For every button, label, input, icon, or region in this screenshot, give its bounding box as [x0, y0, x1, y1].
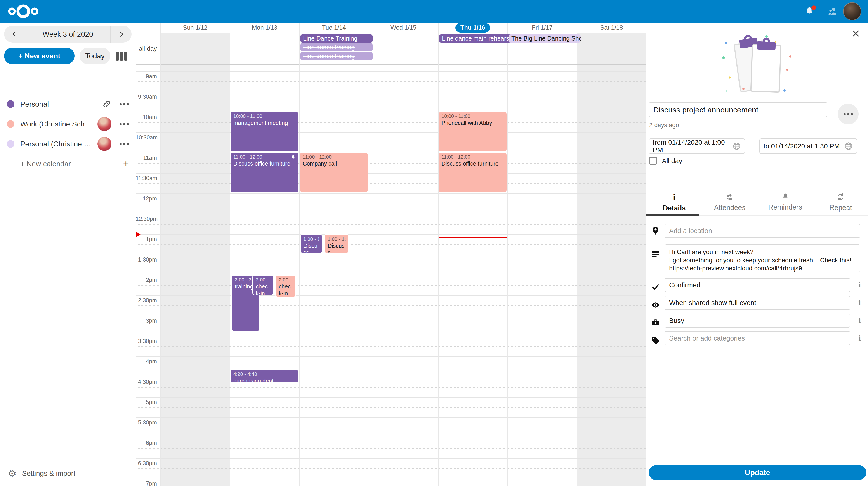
event-discuss-project-announcement[interactable]: 1:00 - 1:30Discuss project announcement — [300, 234, 322, 253]
grid-hour-line — [135, 356, 646, 357]
tab-details[interactable]: i Details — [647, 191, 702, 216]
previous-week-button[interactable] — [4, 26, 25, 42]
close-icon — [852, 30, 860, 37]
current-time-line — [439, 237, 507, 238]
timezone-globe-icon[interactable] — [733, 142, 741, 151]
day-header-fri[interactable]: Fri 1/17 — [507, 23, 577, 33]
allday-event[interactable]: Line dance main rehearsal — [439, 34, 511, 42]
calendar-list-item-work[interactable]: Work (Christine Schott) — [0, 114, 135, 134]
all-day-checkbox[interactable] — [649, 157, 657, 165]
event-discuss-office-furniture[interactable]: 11:00 - 12:00Discuss office furniture — [230, 153, 298, 192]
event-title: Discuss office furniture — [441, 160, 504, 167]
grid-quarter-line — [135, 183, 646, 184]
plus-icon: + — [123, 159, 129, 169]
calendar-name: Work (Christine Schott) — [20, 120, 95, 128]
freebusy-info-icon[interactable]: i — [856, 317, 864, 324]
allday-event[interactable]: Line Dance Training — [301, 34, 373, 42]
allday-event[interactable]: Line dance training — [301, 52, 373, 60]
event-start-input[interactable]: from 01/14/2020 at 1:00 PM — [649, 139, 745, 154]
calendar-color-dot — [7, 100, 14, 108]
grid-hour-line — [135, 458, 646, 459]
reminder-bell-icon — [290, 154, 296, 161]
grid-column-line — [507, 23, 508, 486]
allday-event[interactable]: Line dance training — [301, 43, 373, 51]
categories-info-icon[interactable]: i — [856, 334, 864, 342]
event-phonecall-with-abby[interactable]: 10:00 - 11:00Phonecall with Abby — [439, 112, 506, 151]
contacts-menu-button[interactable] — [827, 0, 839, 23]
timezone-globe-icon[interactable] — [844, 142, 853, 151]
status-select[interactable]: Confirmed — [664, 278, 850, 292]
event-end-input[interactable]: to 01/14/2020 at 1:30 PM — [760, 139, 857, 154]
share-link-icon[interactable] — [102, 99, 112, 109]
event-discuss-office-furniture[interactable]: 11:00 - 12:00Discuss office furniture — [439, 153, 506, 192]
grid-quarter-line — [135, 306, 646, 306]
tab-reminders[interactable]: Reminders — [757, 191, 813, 216]
tab-repeat[interactable]: Repeat — [813, 191, 868, 216]
close-button[interactable] — [851, 29, 860, 38]
grid-column-line — [230, 23, 230, 486]
calendar-list-item-personal[interactable]: Personal — [0, 94, 135, 114]
time-label-10:30am: 10:30am — [135, 134, 157, 141]
day-header-mon[interactable]: Mon 1/13 — [230, 23, 299, 33]
grid-hour-line — [135, 295, 646, 296]
week-label[interactable]: Week 3 of 2020 — [25, 30, 110, 38]
event-title-value: Discuss project announcement — [653, 106, 758, 114]
user-avatar[interactable] — [843, 0, 861, 23]
event-title-input[interactable]: Discuss project announcement — [649, 102, 827, 117]
categories-placeholder: Search or add categories — [669, 335, 745, 342]
next-week-button[interactable] — [111, 26, 131, 42]
event-time: 11:00 - 12:00 — [303, 154, 365, 160]
top-navbar — [0, 0, 868, 23]
event-title: check-in — [279, 283, 292, 297]
visibility-select[interactable]: When shared show full event — [664, 296, 850, 310]
gear-icon: ⚙ — [8, 468, 17, 479]
tab-label: Details — [663, 204, 686, 212]
day-header-sun[interactable]: Sun 1/12 — [160, 23, 230, 33]
visibility-info-icon[interactable]: i — [856, 299, 864, 307]
info-icon: i — [673, 192, 676, 202]
grid-hour-line — [135, 418, 646, 418]
event-title: Discuss project — [328, 242, 346, 253]
allday-event[interactable]: The Big Line Dancing Show — [508, 34, 581, 42]
tab-attendees[interactable]: Attendees — [702, 191, 758, 216]
calendar-color-dot — [7, 120, 14, 128]
calendar-week-grid: all-day Sun 1/12Mon 1/13Tue 1/14Wed 1/15… — [135, 23, 646, 486]
new-calendar-label: + New calendar — [20, 160, 71, 168]
update-button[interactable]: Update — [649, 465, 866, 480]
description-textarea[interactable]: Hi Carl! are you in next week? I got som… — [664, 245, 860, 273]
nextcloud-logo[interactable] — [6, 3, 40, 20]
event-check-in[interactable]: 2:00 - 2:30check-in — [275, 275, 296, 297]
new-calendar-button[interactable]: + New calendar + — [0, 154, 135, 174]
new-event-button[interactable]: + New event — [4, 48, 74, 64]
event-management-meeting[interactable]: 10:00 - 11:00management meeting — [230, 112, 298, 151]
day-header-sat[interactable]: Sat 1/18 — [577, 23, 646, 33]
calendar-actions-menu[interactable] — [120, 103, 129, 105]
location-input[interactable]: Add a location — [664, 224, 860, 238]
calendar-color-dot — [7, 140, 14, 148]
calendar-list-item-personal-shared[interactable]: Personal (Christine Schott) — [0, 134, 135, 154]
status-info-icon[interactable]: i — [856, 281, 864, 289]
settings-import-button[interactable]: ⚙ Settings & import — [0, 466, 135, 482]
event-check-in[interactable]: 2:00 - 2:30check-in — [252, 275, 274, 295]
event-purchasing-dept[interactable]: 4:20 - 4:40purchasing dept — [230, 370, 298, 382]
event-editor-panel: Discuss project announcement 2 days ago … — [646, 23, 868, 486]
calendar-actions-menu[interactable] — [120, 143, 129, 145]
day-header-wed[interactable]: Wed 1/15 — [369, 23, 438, 33]
event-title: Discuss office furniture — [233, 160, 296, 167]
notifications-button[interactable] — [804, 0, 815, 23]
freebusy-select[interactable]: Busy — [664, 314, 850, 327]
grid-hour-line — [135, 397, 646, 398]
event-end-value: to 01/14/2020 at 1:30 PM — [764, 142, 840, 150]
view-mode-icon[interactable] — [116, 52, 127, 61]
day-header-tue[interactable]: Tue 1/14 — [299, 23, 369, 33]
event-actions-menu-button[interactable] — [838, 104, 859, 124]
grid-hour-line — [135, 479, 646, 479]
grid-hour-line — [135, 214, 646, 214]
categories-input[interactable]: Search or add categories — [664, 331, 850, 345]
calendar-owner-avatar — [97, 137, 112, 151]
calendar-actions-menu[interactable] — [120, 123, 129, 125]
event-discuss-project[interactable]: 1:00 - 1:30Discuss project — [324, 234, 349, 253]
event-company-call[interactable]: 11:00 - 12:00Company call — [300, 153, 368, 192]
day-header-thu[interactable]: Thu 1/16 — [438, 23, 507, 33]
today-button[interactable]: Today — [80, 48, 110, 64]
